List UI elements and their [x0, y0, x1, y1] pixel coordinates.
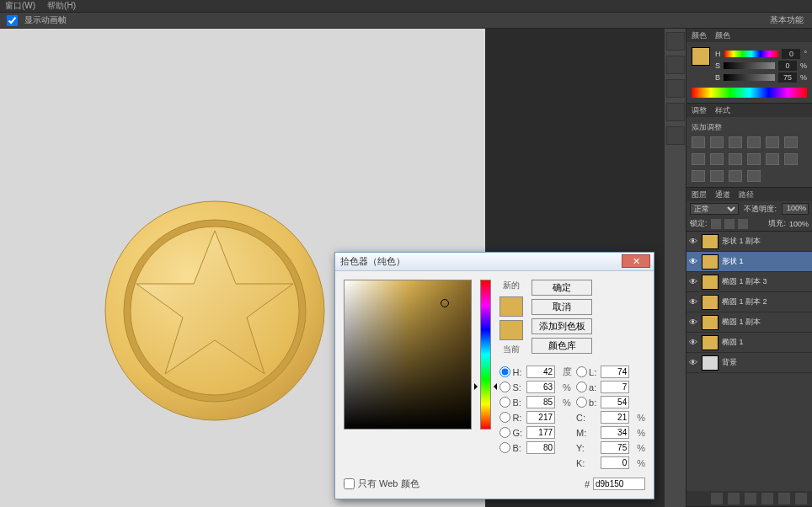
- trash-icon[interactable]: [795, 493, 807, 504]
- hue-slider-thumb[interactable]: [476, 383, 496, 390]
- color-slider[interactable]: [724, 74, 775, 81]
- adjustment-icon[interactable]: [766, 136, 779, 148]
- hue-slider[interactable]: [480, 280, 492, 430]
- layer-name[interactable]: 椭圆 1 副本 3: [722, 276, 810, 287]
- lock-all-icon[interactable]: [738, 219, 748, 229]
- adjustment-icon[interactable]: [729, 136, 742, 148]
- web-colors-checkbox[interactable]: 只有 Web 颜色: [344, 478, 419, 490]
- layer-thumbnail[interactable]: [702, 275, 719, 290]
- layer-name[interactable]: 椭圆 1 副本: [722, 317, 810, 328]
- adjustment-icon[interactable]: [784, 153, 798, 165]
- a-radio[interactable]: [576, 382, 587, 392]
- r-radio[interactable]: [499, 412, 510, 423]
- hue-input[interactable]: [526, 366, 555, 378]
- sat-input[interactable]: [526, 381, 555, 393]
- layer-thumbnail[interactable]: [702, 234, 719, 249]
- collapsed-panel-icon[interactable]: [666, 56, 685, 74]
- adjustment-icon[interactable]: [692, 170, 705, 182]
- color-slider[interactable]: [724, 62, 775, 69]
- visibility-icon[interactable]: 👁: [688, 338, 698, 348]
- visibility-icon[interactable]: 👁: [688, 358, 698, 368]
- collapsed-tool-panel[interactable]: [664, 29, 686, 507]
- b-input[interactable]: [601, 396, 629, 408]
- layer-thumbnail[interactable]: [702, 254, 719, 270]
- adjustment-icon[interactable]: [710, 153, 724, 165]
- layer-row[interactable]: 👁椭圆 1 副本 2: [686, 292, 812, 312]
- color-picker-dialog[interactable]: 拾色器（纯色） ✕ 新的: [334, 252, 654, 499]
- show-anim-checkbox[interactable]: [7, 15, 18, 26]
- k-input[interactable]: [601, 456, 629, 469]
- color-libs-button[interactable]: 颜色库: [532, 338, 592, 354]
- current-color-swatch[interactable]: [499, 320, 523, 340]
- visibility-icon[interactable]: 👁: [688, 257, 698, 267]
- layer-name[interactable]: 椭圆 1 副本 2: [722, 296, 810, 307]
- adjustment-icon[interactable]: [692, 153, 705, 165]
- layer-row[interactable]: 👁形状 1 副本: [686, 232, 812, 252]
- c-input[interactable]: [601, 411, 629, 424]
- l-radio[interactable]: [576, 366, 587, 377]
- adjustment-icon[interactable]: [747, 136, 761, 148]
- adjustment-layer-icon[interactable]: [745, 493, 756, 504]
- layer-name[interactable]: 形状 1 副本: [722, 236, 810, 247]
- color-field-cursor[interactable]: [441, 299, 449, 307]
- adjustment-icon[interactable]: [692, 136, 705, 148]
- adjustment-icon[interactable]: [729, 170, 742, 182]
- adjustment-icon[interactable]: [784, 136, 798, 148]
- panel-tab[interactable]: 图层: [692, 189, 707, 200]
- slider-value[interactable]: 0: [782, 49, 800, 59]
- visibility-icon[interactable]: 👁: [688, 237, 698, 247]
- adjustment-icon[interactable]: [766, 153, 779, 165]
- panel-tab[interactable]: 样式: [715, 105, 730, 116]
- adjustment-icon[interactable]: [747, 170, 761, 182]
- group-icon[interactable]: [761, 493, 773, 504]
- fg-color-swatch[interactable]: [692, 47, 710, 66]
- collapsed-panel-icon[interactable]: [666, 32, 685, 51]
- hue-strip[interactable]: [692, 88, 807, 98]
- panel-tab[interactable]: 路径: [739, 189, 754, 200]
- menu-item[interactable]: 窗口(W): [5, 0, 35, 12]
- y-input[interactable]: [601, 441, 629, 454]
- lock-position-icon[interactable]: [724, 219, 735, 229]
- bch-radio[interactable]: [499, 442, 510, 453]
- color-slider[interactable]: [724, 51, 779, 57]
- layer-name[interactable]: 形状 1: [722, 256, 810, 267]
- a-input[interactable]: [601, 381, 629, 393]
- collapsed-panel-icon[interactable]: [666, 79, 685, 98]
- bri-input[interactable]: [526, 396, 555, 408]
- workspace-label[interactable]: 基本功能: [770, 14, 804, 26]
- layer-thumbnail[interactable]: [702, 295, 719, 310]
- layer-row[interactable]: 👁椭圆 1 副本: [686, 312, 812, 333]
- visibility-icon[interactable]: 👁: [688, 297, 698, 307]
- collapsed-panel-icon[interactable]: [666, 103, 685, 121]
- layer-thumbnail[interactable]: [702, 315, 719, 330]
- r-input[interactable]: [526, 411, 555, 424]
- bch-input[interactable]: [526, 441, 555, 454]
- g-input[interactable]: [526, 426, 555, 439]
- visibility-icon[interactable]: 👁: [688, 277, 698, 287]
- dialog-titlebar[interactable]: 拾色器（纯色） ✕: [335, 253, 654, 271]
- new-layer-icon[interactable]: [778, 493, 790, 504]
- menu-item[interactable]: 帮助(H): [47, 0, 76, 12]
- panel-tab[interactable]: 颜色: [692, 30, 707, 41]
- lock-pixels-icon[interactable]: [711, 219, 721, 229]
- layer-thumbnail[interactable]: [702, 355, 719, 371]
- slider-value[interactable]: 75: [778, 72, 797, 83]
- adjustment-icon[interactable]: [710, 136, 724, 148]
- bri-radio[interactable]: [499, 397, 510, 408]
- l-input[interactable]: [601, 366, 629, 378]
- g-radio[interactable]: [499, 427, 510, 438]
- fill-value[interactable]: 100%: [789, 220, 809, 228]
- canvas-area[interactable]: 拾色器（纯色） ✕ 新的: [0, 29, 664, 507]
- layer-row[interactable]: 👁椭圆 1: [686, 333, 812, 353]
- slider-value[interactable]: 0: [778, 61, 797, 71]
- visibility-icon[interactable]: 👁: [688, 318, 698, 328]
- b-radio[interactable]: [576, 397, 587, 408]
- panel-tab[interactable]: 调整: [692, 105, 707, 116]
- add-swatch-button[interactable]: 添加到色板: [532, 318, 592, 334]
- adjustment-icon[interactable]: [710, 170, 724, 182]
- new-color-swatch[interactable]: [499, 296, 523, 317]
- layer-name[interactable]: 椭圆 1: [722, 337, 810, 348]
- color-field[interactable]: [344, 280, 472, 430]
- adjustment-icon[interactable]: [729, 153, 742, 165]
- menubar[interactable]: 窗口(W) 帮助(H): [0, 0, 812, 12]
